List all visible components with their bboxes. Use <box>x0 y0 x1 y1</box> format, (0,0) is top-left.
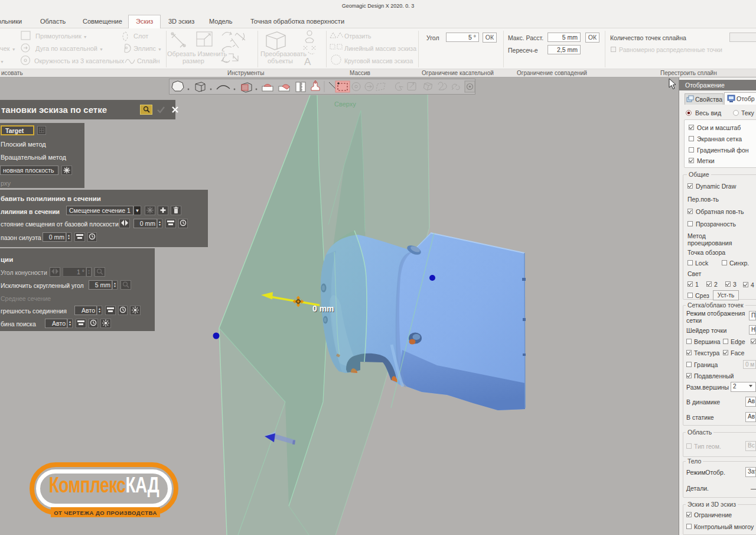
svg-text:размер: размер <box>183 57 204 64</box>
svg-text:Линейный массив эскиза: Линейный массив эскиза <box>344 45 416 52</box>
svg-text:▼: ▼ <box>0 60 4 64</box>
svg-text:Слот: Слот <box>133 33 148 40</box>
svg-text:Круговой массив эскиза: Круговой массив эскиза <box>344 57 413 64</box>
svg-text:Эллипс ▼: Эллипс ▼ <box>133 45 162 52</box>
svg-text:Дуга по касательной ▼: Дуга по касательной ▼ <box>35 45 103 52</box>
svg-text:0 mm: 0 mm <box>312 304 334 313</box>
svg-text:Сплайн: Сплайн <box>137 57 160 64</box>
svg-text:Отразить: Отразить <box>344 33 372 40</box>
svg-text:Преобразовать: Преобразовать <box>260 50 307 57</box>
svg-text:Окружность из 3 касательных: Окружность из 3 касательных <box>34 57 125 64</box>
svg-text:A: A <box>304 56 311 67</box>
svg-text:Прямоугольник ▼: Прямоугольник ▼ <box>35 33 87 40</box>
svg-text:объекты: объекты <box>268 57 293 64</box>
svg-text:Сверху: Сверху <box>334 100 356 108</box>
svg-text:Обрезать Изменить: Обрезать Изменить <box>167 50 227 57</box>
svg-text:чек ▼: чек ▼ <box>0 45 16 52</box>
